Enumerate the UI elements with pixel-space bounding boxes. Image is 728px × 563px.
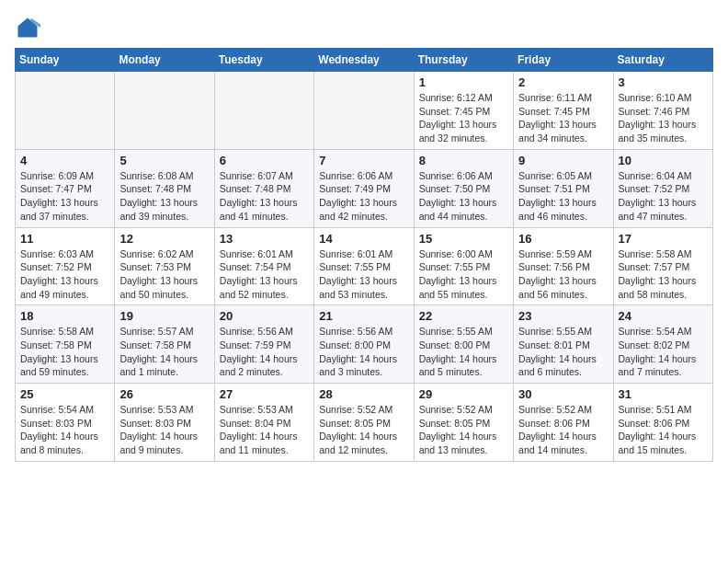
calendar-cell: 4Sunrise: 6:09 AM Sunset: 7:47 PM Daylig… (16, 149, 115, 227)
calendar-cell: 30Sunrise: 5:52 AM Sunset: 8:06 PM Dayli… (514, 384, 613, 462)
page-header (15, 15, 713, 40)
calendar-cell: 22Sunrise: 5:55 AM Sunset: 8:00 PM Dayli… (414, 305, 513, 384)
calendar-cell: 6Sunrise: 6:07 AM Sunset: 7:48 PM Daylig… (214, 149, 313, 227)
day-info: Sunrise: 6:02 AM Sunset: 7:53 PM Dayligh… (119, 247, 209, 302)
day-info: Sunrise: 6:03 AM Sunset: 7:52 PM Dayligh… (20, 247, 109, 302)
day-info: Sunrise: 5:58 AM Sunset: 7:58 PM Dayligh… (20, 325, 109, 379)
calendar-cell: 21Sunrise: 5:56 AM Sunset: 8:00 PM Dayli… (314, 305, 414, 384)
day-info: Sunrise: 6:12 AM Sunset: 7:45 PM Dayligh… (419, 91, 508, 145)
weekday-header: Saturday (613, 49, 712, 72)
calendar-cell: 2Sunrise: 6:11 AM Sunset: 7:45 PM Daylig… (514, 72, 613, 150)
calendar-cell (214, 72, 313, 150)
day-info: Sunrise: 5:52 AM Sunset: 8:05 PM Dayligh… (319, 403, 408, 457)
calendar-cell: 18Sunrise: 5:58 AM Sunset: 7:58 PM Dayli… (16, 305, 115, 384)
day-info: Sunrise: 6:10 AM Sunset: 7:46 PM Dayligh… (619, 91, 708, 145)
day-number: 30 (518, 387, 608, 401)
day-info: Sunrise: 6:01 AM Sunset: 7:54 PM Dayligh… (220, 247, 309, 302)
day-number: 22 (419, 309, 508, 323)
calendar-week-row: 18Sunrise: 5:58 AM Sunset: 7:58 PM Dayli… (16, 305, 713, 384)
day-info: Sunrise: 5:57 AM Sunset: 7:58 PM Dayligh… (119, 325, 209, 379)
weekday-header: Monday (115, 49, 214, 72)
calendar-cell: 12Sunrise: 6:02 AM Sunset: 7:53 PM Dayli… (115, 227, 214, 305)
day-number: 16 (518, 232, 608, 246)
weekday-header: Tuesday (214, 49, 313, 72)
day-info: Sunrise: 5:53 AM Sunset: 8:03 PM Dayligh… (119, 403, 209, 457)
calendar-cell: 23Sunrise: 5:55 AM Sunset: 8:01 PM Dayli… (514, 305, 613, 384)
day-number: 7 (319, 154, 408, 167)
calendar-cell: 9Sunrise: 6:05 AM Sunset: 7:51 PM Daylig… (514, 149, 613, 227)
day-number: 8 (419, 154, 508, 167)
calendar-cell: 26Sunrise: 5:53 AM Sunset: 8:03 PM Dayli… (115, 384, 214, 462)
day-number: 3 (619, 75, 708, 89)
day-info: Sunrise: 5:52 AM Sunset: 8:06 PM Dayligh… (518, 403, 608, 457)
day-number: 9 (518, 154, 608, 167)
calendar-cell: 8Sunrise: 6:06 AM Sunset: 7:50 PM Daylig… (414, 149, 513, 227)
calendar-cell: 15Sunrise: 6:00 AM Sunset: 7:55 PM Dayli… (414, 227, 513, 305)
day-info: Sunrise: 6:11 AM Sunset: 7:45 PM Dayligh… (518, 91, 608, 145)
day-info: Sunrise: 5:59 AM Sunset: 7:56 PM Dayligh… (518, 247, 608, 302)
day-number: 23 (518, 309, 608, 323)
day-number: 28 (319, 387, 408, 401)
day-number: 5 (119, 154, 209, 167)
calendar-cell: 7Sunrise: 6:06 AM Sunset: 7:49 PM Daylig… (314, 149, 414, 227)
day-info: Sunrise: 6:09 AM Sunset: 7:47 PM Dayligh… (20, 169, 109, 224)
day-number: 18 (20, 309, 109, 323)
day-number: 14 (319, 232, 408, 246)
day-number: 11 (20, 232, 109, 246)
calendar-cell: 14Sunrise: 6:01 AM Sunset: 7:55 PM Dayli… (314, 227, 414, 305)
weekday-header: Wednesday (314, 49, 414, 72)
calendar-body: 1Sunrise: 6:12 AM Sunset: 7:45 PM Daylig… (16, 72, 713, 462)
day-info: Sunrise: 6:08 AM Sunset: 7:48 PM Dayligh… (119, 169, 209, 224)
day-number: 4 (20, 154, 109, 167)
day-info: Sunrise: 5:55 AM Sunset: 8:00 PM Dayligh… (419, 325, 508, 379)
calendar-cell: 31Sunrise: 5:51 AM Sunset: 8:06 PM Dayli… (613, 384, 712, 462)
day-number: 19 (119, 309, 209, 323)
calendar-week-row: 25Sunrise: 5:54 AM Sunset: 8:03 PM Dayli… (16, 384, 713, 462)
day-info: Sunrise: 5:51 AM Sunset: 8:06 PM Dayligh… (619, 403, 708, 457)
calendar-cell (314, 72, 414, 150)
calendar-week-row: 4Sunrise: 6:09 AM Sunset: 7:47 PM Daylig… (16, 149, 713, 227)
weekday-header: Thursday (414, 49, 513, 72)
day-info: Sunrise: 6:00 AM Sunset: 7:55 PM Dayligh… (419, 247, 508, 302)
day-number: 21 (319, 309, 408, 323)
day-number: 20 (220, 309, 309, 323)
calendar-cell: 20Sunrise: 5:56 AM Sunset: 7:59 PM Dayli… (214, 305, 313, 384)
day-info: Sunrise: 5:54 AM Sunset: 8:03 PM Dayligh… (20, 403, 109, 457)
weekday-header: Sunday (16, 49, 115, 72)
day-number: 10 (619, 154, 708, 167)
day-number: 26 (119, 387, 209, 401)
day-number: 31 (619, 387, 708, 401)
day-number: 24 (619, 309, 708, 323)
calendar-cell: 25Sunrise: 5:54 AM Sunset: 8:03 PM Dayli… (16, 384, 115, 462)
calendar-cell: 3Sunrise: 6:10 AM Sunset: 7:46 PM Daylig… (613, 72, 712, 150)
calendar-cell: 11Sunrise: 6:03 AM Sunset: 7:52 PM Dayli… (16, 227, 115, 305)
calendar-cell: 17Sunrise: 5:58 AM Sunset: 7:57 PM Dayli… (613, 227, 712, 305)
calendar-week-row: 11Sunrise: 6:03 AM Sunset: 7:52 PM Dayli… (16, 227, 713, 305)
calendar-table: SundayMondayTuesdayWednesdayThursdayFrid… (15, 48, 713, 462)
day-info: Sunrise: 6:05 AM Sunset: 7:51 PM Dayligh… (518, 169, 608, 224)
day-info: Sunrise: 6:04 AM Sunset: 7:52 PM Dayligh… (619, 169, 708, 224)
day-number: 27 (220, 387, 309, 401)
calendar-cell: 24Sunrise: 5:54 AM Sunset: 8:02 PM Dayli… (613, 305, 712, 384)
calendar-cell: 27Sunrise: 5:53 AM Sunset: 8:04 PM Dayli… (214, 384, 313, 462)
day-number: 29 (419, 387, 508, 401)
day-number: 2 (518, 75, 608, 89)
calendar-cell: 5Sunrise: 6:08 AM Sunset: 7:48 PM Daylig… (115, 149, 214, 227)
calendar-cell: 10Sunrise: 6:04 AM Sunset: 7:52 PM Dayli… (613, 149, 712, 227)
day-number: 13 (220, 232, 309, 246)
weekday-header: Friday (514, 49, 613, 72)
day-info: Sunrise: 5:56 AM Sunset: 7:59 PM Dayligh… (220, 325, 309, 379)
day-info: Sunrise: 5:52 AM Sunset: 8:05 PM Dayligh… (419, 403, 508, 457)
day-number: 12 (119, 232, 209, 246)
day-info: Sunrise: 5:55 AM Sunset: 8:01 PM Dayligh… (518, 325, 608, 379)
day-number: 15 (419, 232, 508, 246)
logo (15, 15, 44, 40)
day-info: Sunrise: 6:06 AM Sunset: 7:50 PM Dayligh… (419, 169, 508, 224)
day-info: Sunrise: 5:56 AM Sunset: 8:00 PM Dayligh… (319, 325, 408, 379)
day-number: 1 (419, 75, 508, 89)
calendar-cell: 1Sunrise: 6:12 AM Sunset: 7:45 PM Daylig… (414, 72, 513, 150)
day-info: Sunrise: 5:54 AM Sunset: 8:02 PM Dayligh… (619, 325, 708, 379)
day-info: Sunrise: 5:53 AM Sunset: 8:04 PM Dayligh… (220, 403, 309, 457)
day-number: 25 (20, 387, 109, 401)
calendar-cell: 28Sunrise: 5:52 AM Sunset: 8:05 PM Dayli… (314, 384, 414, 462)
